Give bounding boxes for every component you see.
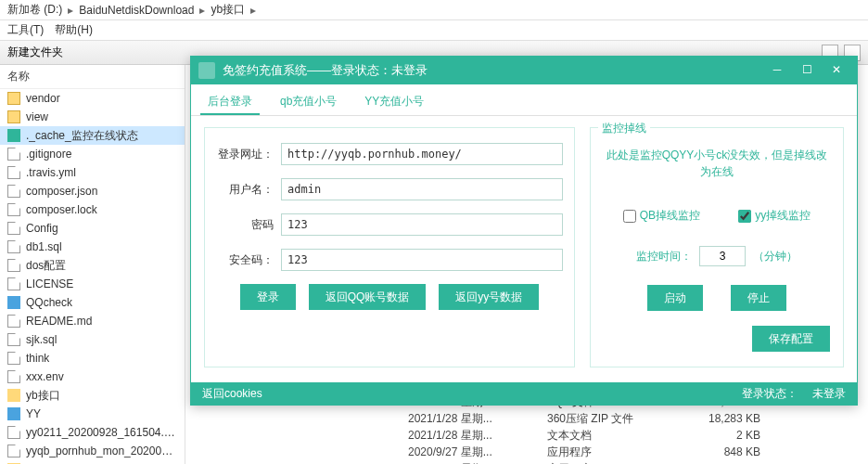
file-item[interactable]: yy0211_20200928_161504.sql — [0, 423, 185, 442]
menu-tools[interactable]: 工具(T) — [7, 22, 44, 38]
file-icon — [7, 389, 20, 402]
return-qq-button[interactable]: 返回QQ账号数据 — [309, 284, 427, 310]
detail-row[interactable]: 2021/1/28 星期...360压缩 ZIP 文件18,283 KB — [185, 410, 868, 427]
file-item[interactable]: sjk.sql — [0, 330, 185, 349]
breadcrumb-seg[interactable]: yb接口▸ — [211, 2, 256, 18]
time-unit: （分钟） — [753, 249, 798, 264]
file-label: LICENSE — [26, 277, 73, 290]
file-item[interactable]: think — [0, 349, 185, 367]
qb-monitor-label: QB掉线监控 — [640, 208, 700, 224]
file-label: sjk.sql — [26, 333, 57, 346]
tab-backend-login[interactable]: 后台登录 — [200, 90, 260, 115]
detail-cell: 360压缩 ZIP 文件 — [547, 411, 696, 427]
file-label: yy0211_20200928_161504.sql — [26, 426, 177, 439]
file-label: .gitignore — [26, 148, 71, 161]
breadcrumb-seg[interactable]: BaiduNetdiskDownload▸ — [79, 4, 205, 17]
file-item[interactable]: .gitignore — [0, 145, 185, 163]
minimize-button[interactable] — [764, 62, 790, 79]
detail-cell: 应用程序 — [547, 445, 696, 460]
detail-cell: 2020/9/27 星期... — [408, 445, 547, 460]
return-yy-button[interactable]: 返回yy号数据 — [439, 284, 539, 310]
url-input[interactable] — [281, 143, 563, 165]
file-label: YY — [26, 407, 41, 420]
time-label: 监控时间： — [636, 249, 692, 264]
code-input[interactable] — [281, 249, 563, 271]
qb-monitor-check[interactable]: QB掉线监控 — [623, 208, 700, 224]
time-input[interactable] — [699, 246, 746, 266]
status-login-value: 未登录 — [812, 386, 846, 402]
file-item[interactable]: composer.json — [0, 182, 185, 200]
dialog-titlebar[interactable]: 免签约充值系统——登录状态：未登录 — [191, 57, 857, 84]
file-label: dos配置 — [26, 258, 66, 274]
code-label: 安全码： — [216, 252, 281, 268]
login-dialog: 免签约充值系统——登录状态：未登录 后台登录 qb充值小号 YY充值小号 登录网… — [190, 56, 858, 406]
file-item[interactable]: yb接口 — [0, 386, 185, 405]
file-icon — [7, 426, 20, 439]
stop-button[interactable]: 停止 — [731, 285, 786, 311]
breadcrumb-seg[interactable]: 新加卷 (D:)▸ — [7, 2, 73, 18]
breadcrumb: 新加卷 (D:)▸ BaiduNetdiskDownload▸ yb接口▸ — [0, 0, 868, 20]
file-item[interactable]: vendor — [0, 89, 185, 108]
file-item[interactable]: QQcheck — [0, 293, 185, 312]
qb-monitor-checkbox[interactable] — [623, 210, 636, 223]
file-item[interactable]: .travis.yml — [0, 163, 185, 182]
new-folder-button[interactable]: 新建文件夹 — [7, 45, 63, 60]
status-cookies: 返回cookies — [202, 386, 742, 402]
detail-cell: 848 KB — [696, 445, 788, 458]
yy-monitor-check[interactable]: yy掉线监控 — [738, 208, 811, 224]
file-icon — [7, 148, 20, 161]
file-label: README.md — [26, 315, 92, 328]
detail-cell: 2021/1/28 星期... — [408, 428, 547, 444]
user-input[interactable] — [281, 178, 563, 200]
maximize-button[interactable] — [794, 62, 820, 79]
file-item[interactable]: db1.sql — [0, 238, 185, 256]
file-item[interactable]: composer.lock — [0, 200, 185, 219]
tab-qb-recharge[interactable]: qb充值小号 — [273, 90, 344, 115]
detail-row[interactable]: 2021/1/28 星期...应用程序1,076 KB — [185, 460, 868, 464]
start-button[interactable]: 启动 — [647, 285, 703, 311]
file-label: ._cache_监控在线状态 — [26, 128, 138, 144]
file-item[interactable]: README.md — [0, 312, 185, 330]
folder-icon — [7, 92, 20, 105]
close-button[interactable] — [823, 62, 849, 79]
login-button[interactable]: 登录 — [240, 284, 296, 310]
file-item[interactable]: LICENSE — [0, 275, 185, 293]
save-config-button[interactable]: 保存配置 — [752, 326, 830, 352]
file-icon — [7, 370, 20, 383]
monitor-legend: 监控掉线 — [598, 121, 650, 136]
detail-cell: 2 KB — [696, 429, 788, 442]
file-item[interactable]: Y币 — [0, 460, 185, 464]
file-icon — [7, 333, 20, 346]
detail-cell: 18,283 KB — [696, 412, 788, 425]
monitor-note: 此处是监控QQYY小号ck没失效，但是掉线改为在线 — [604, 147, 830, 180]
file-label: view — [26, 110, 48, 123]
detail-row[interactable]: 2021/1/28 星期...文本文档2 KB — [185, 427, 868, 444]
file-item[interactable]: yyqb_pornhub_mon_20200910_22565... — [0, 442, 185, 460]
file-icon — [7, 185, 20, 198]
password-input[interactable] — [281, 213, 563, 236]
detail-cell: 文本文档 — [547, 428, 696, 444]
file-icon — [7, 352, 20, 365]
file-item[interactable]: YY — [0, 405, 185, 423]
file-icon — [7, 445, 20, 458]
file-label: yyqb_pornhub_mon_20200910_22565... — [26, 445, 177, 458]
column-header-name[interactable]: 名称 — [0, 65, 185, 89]
file-label: composer.json — [26, 185, 97, 198]
file-item[interactable]: ._cache_监控在线状态 — [0, 126, 185, 145]
file-icon — [7, 315, 20, 328]
folder-icon — [7, 110, 20, 123]
tab-bar: 后台登录 qb充值小号 YY充值小号 — [191, 84, 857, 116]
file-icon — [7, 259, 20, 272]
file-item[interactable]: xxx.env — [0, 367, 185, 386]
yy-monitor-label: yy掉线监控 — [755, 208, 811, 224]
yy-monitor-checkbox[interactable] — [738, 210, 751, 223]
monitor-fieldset: 监控掉线 此处是监控QQYY小号ck没失效，但是掉线改为在线 QB掉线监控 yy… — [590, 127, 844, 367]
file-icon — [7, 129, 20, 142]
file-item[interactable]: Config — [0, 219, 185, 238]
tab-yy-recharge[interactable]: YY充值小号 — [357, 90, 431, 115]
menu-help[interactable]: 帮助(H) — [55, 22, 93, 38]
url-label: 登录网址： — [216, 147, 281, 162]
file-item[interactable]: dos配置 — [0, 256, 185, 275]
detail-row[interactable]: 2020/9/27 星期...应用程序848 KB — [185, 444, 868, 460]
file-item[interactable]: view — [0, 108, 185, 126]
